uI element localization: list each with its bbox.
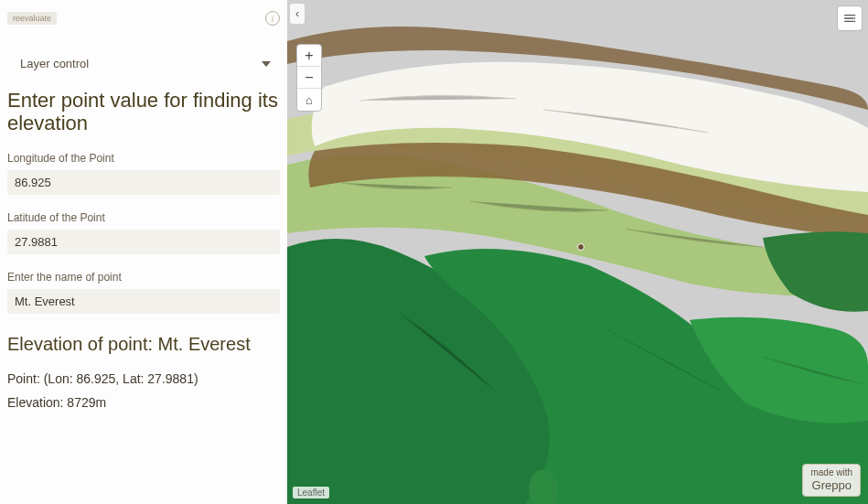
- layers-toggle-button[interactable]: [837, 5, 863, 31]
- zoom-in-button[interactable]: +: [297, 45, 321, 67]
- app-root: reevaluate i Layer control Enter point v…: [0, 0, 868, 504]
- form-heading: Enter point value for finding its elevat…: [7, 89, 280, 135]
- chevron-down-icon: [262, 61, 271, 67]
- madewith-badge[interactable]: made with Greppo: [802, 464, 861, 497]
- result-heading: Elevation of point: Mt. Everest: [7, 334, 280, 355]
- svg-point-4: [853, 17, 855, 19]
- madewith-brand: Greppo: [810, 478, 852, 493]
- pointname-label: Enter the name of point: [7, 271, 280, 284]
- svg-point-3: [853, 15, 855, 16]
- sidebar-topbar: reevaluate i: [7, 7, 280, 29]
- chevron-left-icon: ‹: [295, 7, 299, 20]
- terrain-map-svg: [287, 0, 868, 504]
- latitude-input[interactable]: [7, 230, 280, 254]
- map-point-marker[interactable]: [577, 243, 584, 251]
- zoom-home-button[interactable]: ⌂: [297, 89, 321, 111]
- svg-point-5: [853, 20, 855, 22]
- pointname-input[interactable]: [7, 289, 280, 314]
- madewith-prefix: made with: [810, 467, 852, 478]
- result-point-line: Point: (Lon: 86.925, Lat: 27.9881): [7, 371, 280, 386]
- map-canvas[interactable]: ‹ + − ⌂ Leaflet made with Greppo: [287, 0, 868, 504]
- layer-control-label: Layer control: [20, 57, 89, 70]
- zoom-out-button[interactable]: −: [297, 67, 321, 89]
- latitude-label: Latitude of the Point: [7, 211, 280, 224]
- result-elevation-line: Elevation: 8729m: [7, 395, 280, 410]
- layers-icon: [842, 11, 857, 26]
- reevaluate-button[interactable]: reevaluate: [7, 12, 57, 25]
- layer-control-dropdown[interactable]: Layer control: [7, 51, 280, 76]
- zoom-controls: + − ⌂: [296, 44, 322, 112]
- info-icon[interactable]: i: [265, 11, 280, 26]
- longitude-label: Longitude of the Point: [7, 152, 280, 165]
- leaflet-attribution: Leaflet: [293, 487, 329, 499]
- collapse-sidebar-button[interactable]: ‹: [290, 4, 305, 24]
- sidebar-panel: reevaluate i Layer control Enter point v…: [0, 0, 287, 504]
- longitude-input[interactable]: [7, 170, 280, 195]
